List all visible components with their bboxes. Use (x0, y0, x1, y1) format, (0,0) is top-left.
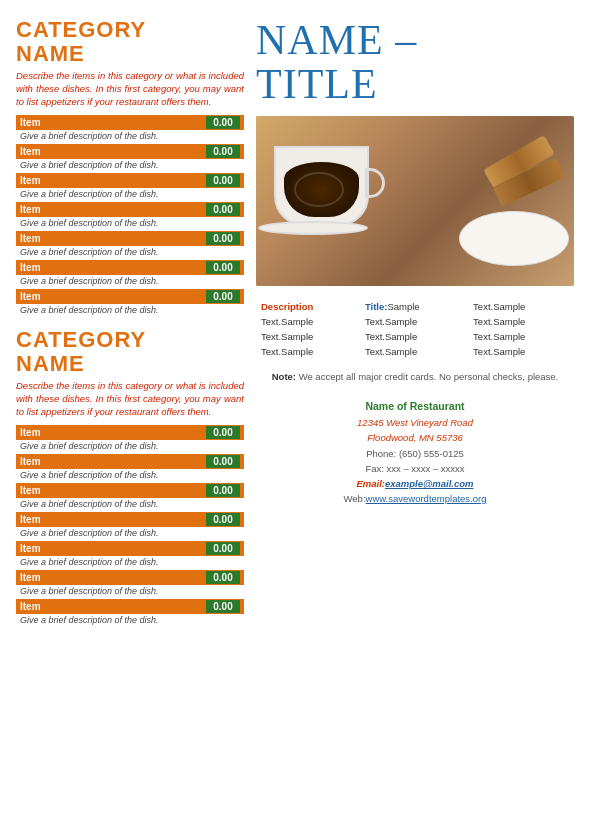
table-row-0: Text.Sample Text.Sample Text.Sample (258, 315, 572, 328)
note-text: We accept all major credit cards. No per… (296, 371, 558, 382)
email-label: Email: (357, 478, 386, 489)
item-4-price: 0.00 (206, 232, 240, 245)
item-1-name: Item (20, 146, 206, 157)
cat2-item-5-price: 0.00 (206, 571, 240, 584)
cat2-item-4-price: 0.00 (206, 542, 240, 555)
table-r0-c1: Text.Sample (362, 315, 468, 328)
table-r2-c0: Text.Sample (258, 345, 360, 358)
cat2-item-0-desc: Give a brief description of the dish. (16, 440, 244, 453)
cat2-item-3-name: Item (20, 514, 206, 525)
table-r1-c1: Text.Sample (362, 330, 468, 343)
restaurant-web: www.savewordtemplates.org (366, 493, 487, 504)
cat2-item-5-desc: Give a brief description of the dish. (16, 585, 244, 598)
item-3-desc: Give a brief description of the dish. (16, 217, 244, 230)
item-6-name: Item (20, 291, 206, 302)
item-3-price: 0.00 (206, 203, 240, 216)
note-bold-label: Note: (272, 371, 296, 382)
item-6-desc: Give a brief description of the dish. (16, 304, 244, 317)
cat2-item-1-desc: Give a brief description of the dish. (16, 469, 244, 482)
note-section: Note: We accept all major credit cards. … (256, 370, 574, 384)
right-column: NAME – TITLE Descripti (256, 18, 574, 813)
restaurant-email: example@mail.com (385, 478, 473, 489)
category-2-item-4: Item 0.00 Give a brief description of th… (16, 541, 244, 569)
cat2-item-6-desc: Give a brief description of the dish. (16, 614, 244, 627)
cat2-item-0-price: 0.00 (206, 426, 240, 439)
table-row-1: Text.Sample Text.Sample Text.Sample (258, 330, 572, 343)
table-col2-header-bold: Title: (365, 301, 388, 312)
item-3-name: Item (20, 204, 206, 215)
cat2-item-6-name: Item (20, 601, 206, 612)
category-1-block: CATEGORY NAME Describe the items in this… (16, 18, 244, 318)
table-r2-c1: Text.Sample (362, 345, 468, 358)
cat2-item-5-name: Item (20, 572, 206, 583)
item-1-price: 0.00 (206, 145, 240, 158)
cat2-item-4-name: Item (20, 543, 206, 554)
category-2-item-0: Item 0.00 Give a brief description of th… (16, 425, 244, 453)
cat2-item-4-desc: Give a brief description of the dish. (16, 556, 244, 569)
restaurant-fax: Fax: xxx – xxxx – xxxxx (256, 461, 574, 476)
table-col2-header-suffix: Sample (387, 301, 419, 312)
table-r0-c0: Text.Sample (258, 315, 360, 328)
item-4-name: Item (20, 233, 206, 244)
category-2-item-5: Item 0.00 Give a brief description of th… (16, 570, 244, 598)
category-2-item-3: Item 0.00 Give a brief description of th… (16, 512, 244, 540)
category-2-block: CATEGORY NAME Describe the items in this… (16, 328, 244, 628)
table-r1-c2: Text.Sample (470, 330, 572, 343)
cat2-item-2-price: 0.00 (206, 484, 240, 497)
category-1-item-1: Item 0.00 Give a brief description of th… (16, 144, 244, 172)
table-col3-header: Text.Sample (470, 300, 572, 313)
item-4-desc: Give a brief description of the dish. (16, 246, 244, 259)
category-2-name: CATEGORY NAME (16, 328, 244, 376)
cat2-item-3-desc: Give a brief description of the dish. (16, 527, 244, 540)
category-1-item-0: Item 0.00 Give a brief description of th… (16, 115, 244, 143)
table-r2-c2: Text.Sample (470, 345, 572, 358)
category-1-name: CATEGORY NAME (16, 18, 244, 66)
left-column: CATEGORY NAME Describe the items in this… (16, 18, 244, 813)
web-label: Web: (344, 493, 366, 504)
restaurant-web-row: Web:www.savewordtemplates.org (256, 491, 574, 506)
item-0-price: 0.00 (206, 116, 240, 129)
restaurant-title: NAME – TITLE (256, 18, 574, 106)
item-0-desc: Give a brief description of the dish. (16, 130, 244, 143)
category-1-item-3: Item 0.00 Give a brief description of th… (16, 202, 244, 230)
cat2-item-3-price: 0.00 (206, 513, 240, 526)
restaurant-name: Name of Restaurant (256, 398, 574, 415)
item-2-desc: Give a brief description of the dish. (16, 188, 244, 201)
item-2-price: 0.00 (206, 174, 240, 187)
category-2-item-2: Item 0.00 Give a brief description of th… (16, 483, 244, 511)
info-table: Description Title:Sample Text.Sample Tex… (256, 298, 574, 360)
category-1-item-2: Item 0.00 Give a brief description of th… (16, 173, 244, 201)
category-1-desc: Describe the items in this category or w… (16, 70, 244, 108)
category-1-item-4: Item 0.00 Give a brief description of th… (16, 231, 244, 259)
food-image (256, 116, 574, 286)
restaurant-email-row: Email:example@mail.com (256, 476, 574, 491)
category-2-desc: Describe the items in this category or w… (16, 380, 244, 418)
cat2-item-6-price: 0.00 (206, 600, 240, 613)
table-col1-header: Description (258, 300, 360, 313)
restaurant-info: Name of Restaurant 12345 West Vineyard R… (256, 398, 574, 506)
item-0-name: Item (20, 117, 206, 128)
item-5-desc: Give a brief description of the dish. (16, 275, 244, 288)
cat2-item-0-name: Item (20, 427, 206, 438)
item-5-price: 0.00 (206, 261, 240, 274)
restaurant-phone: Phone: (650) 555-0125 (256, 446, 574, 461)
category-2-item-1: Item 0.00 Give a brief description of th… (16, 454, 244, 482)
item-6-price: 0.00 (206, 290, 240, 303)
table-r1-c0: Text.Sample (258, 330, 360, 343)
cat2-item-1-price: 0.00 (206, 455, 240, 468)
item-1-desc: Give a brief description of the dish. (16, 159, 244, 172)
item-2-name: Item (20, 175, 206, 186)
table-r0-c2: Text.Sample (470, 315, 572, 328)
cat2-item-2-desc: Give a brief description of the dish. (16, 498, 244, 511)
category-1-item-5: Item 0.00 Give a brief description of th… (16, 260, 244, 288)
cat2-item-2-name: Item (20, 485, 206, 496)
item-5-name: Item (20, 262, 206, 273)
category-1-item-6: Item 0.00 Give a brief description of th… (16, 289, 244, 317)
restaurant-address2: Floodwood, MN 55736 (256, 430, 574, 445)
table-row-2: Text.Sample Text.Sample Text.Sample (258, 345, 572, 358)
category-2-item-6: Item 0.00 Give a brief description of th… (16, 599, 244, 627)
table-col2-header: Title:Sample (362, 300, 468, 313)
cat2-item-1-name: Item (20, 456, 206, 467)
restaurant-address1: 12345 West Vineyard Road (256, 415, 574, 430)
